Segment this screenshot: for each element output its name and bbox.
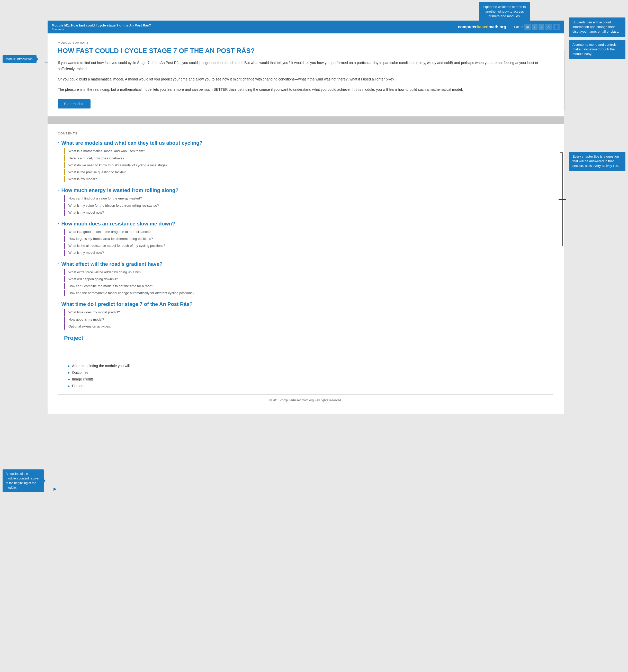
bracket-line (559, 199, 566, 200)
activity-item[interactable]: How can I find out a value for the energ… (64, 195, 553, 201)
chapter-5-activities: What time does my model predict? How goo… (64, 309, 553, 330)
activity-item[interactable]: What is a good model of the drag due to … (64, 229, 553, 235)
main-content: Module M1: How fast could I cycle stage … (48, 21, 564, 414)
chapter-3: · How much does air resistance slow me d… (58, 221, 553, 256)
chapter-1-title[interactable]: · What are models and what can they tell… (58, 140, 553, 146)
home-button[interactable]: ⌂ (545, 24, 552, 30)
activity-item[interactable]: What do we need to know to build a model… (64, 162, 553, 168)
activity-item[interactable]: What is my value for the friction force … (64, 202, 553, 209)
header-subtitle: Summary (52, 28, 151, 31)
header-controls: 1 of 32 ⊞ ‹ › ⌂ 👤 (514, 24, 560, 30)
grid-view-button[interactable]: ⊞ (524, 24, 531, 30)
activity-item[interactable]: What is my model now? (64, 249, 553, 256)
module-title: HOW FAST COULD I CYCLE STAGE 7 OF THE AN… (58, 47, 553, 55)
activity-item[interactable]: What will happen going downhill? (64, 276, 553, 282)
activity-item[interactable]: How good is my model? (64, 316, 553, 322)
header-title: Module M1: How fast could I cycle stage … (52, 23, 151, 27)
chapter-bullet: · (58, 301, 60, 307)
page-indicator: 1 of 32 (514, 25, 523, 29)
chapter-4: · What effect will the road's gradient h… (58, 261, 553, 296)
chapter-5: · What time do I predict for stage 7 of … (58, 301, 553, 330)
activity-item[interactable]: What is the air resistance model for eac… (64, 243, 553, 249)
header-right: computerbasedmath.org 1 of 32 ⊞ ‹ › ⌂ 👤 (458, 23, 560, 31)
chapter-4-activities: What extra force will be added by going … (64, 269, 553, 296)
activity-item[interactable]: What is the precise question to tackle? (64, 169, 553, 175)
tooltip-welcome: Open the welcome screen in another windo… (479, 2, 530, 21)
chapter-1: · What are models and what can they tell… (58, 140, 553, 182)
activity-item[interactable]: What is a mathematical model and who use… (64, 148, 553, 154)
tooltip-chapter-titles: Every chapter title is a question that w… (569, 152, 625, 171)
section-divider (48, 117, 564, 124)
footer: © 2018 computerbasedmath.org - All right… (58, 394, 553, 406)
bottom-link-item[interactable]: Image credits (68, 376, 543, 383)
module-para-3: The pleasure is in the real riding, but … (58, 87, 553, 93)
activity-item[interactable]: How large is my frontal area for differe… (64, 236, 553, 242)
module-body: If you wanted to find out how fast you c… (58, 60, 553, 93)
module-label: MODULE SUMMARY (58, 41, 553, 44)
next-page-button[interactable]: › (538, 24, 544, 30)
contents-label: CONTENTS (58, 132, 553, 135)
chapter-bullet: · (58, 261, 60, 266)
contents-section: CONTENTS · What are models and what can … (48, 124, 564, 414)
header-info: Module M1: How fast could I cycle stage … (52, 23, 151, 31)
start-module-button[interactable]: Start module (58, 99, 91, 109)
chapter-2-activities: How can I find out a value for the energ… (64, 195, 553, 216)
module-summary-section: MODULE SUMMARY HOW FAST COULD I CYCLE ST… (48, 33, 564, 117)
chapter-bullet: · (58, 221, 60, 226)
bottom-link-item[interactable]: Primers (68, 383, 543, 389)
activity-item[interactable]: How can the aerodynamic model change aut… (64, 290, 553, 296)
tooltip-students: Students can edit account information an… (569, 18, 625, 37)
activity-item[interactable]: Optional extension activities: (64, 323, 553, 330)
bottom-links-list: After completing the module you will: Ou… (68, 362, 543, 389)
module-para-1: If you wanted to find out how fast you c… (58, 60, 553, 72)
project-title[interactable]: Project (64, 335, 553, 341)
activity-item[interactable]: How can I combine the models to get the … (64, 283, 553, 289)
bottom-link-item[interactable]: After completing the module you will: (68, 362, 543, 369)
brand-logo: computerbasedmath.org (458, 25, 506, 29)
tooltip-outline: An outline of the module's content is gi… (3, 470, 44, 492)
chapter-1-activities: What is a mathematical model and who use… (64, 148, 553, 182)
tooltip-module-intro: Module introduction. (3, 55, 37, 63)
activity-item[interactable]: Here is a model; how does it behave? (64, 155, 553, 162)
bottom-link-item[interactable]: Outcomes (68, 369, 543, 376)
user-button[interactable]: 👤 (553, 24, 560, 30)
chapter-3-title[interactable]: · How much does air resistance slow me d… (58, 221, 553, 227)
activity-item[interactable]: What is my model now? (64, 210, 553, 216)
outline-arrow: ▶ (45, 486, 56, 491)
chapter-bullet: · (58, 187, 60, 193)
chapter-5-title[interactable]: · What time do I predict for stage 7 of … (58, 301, 553, 307)
bottom-links-section: After completing the module you will: Ou… (58, 357, 553, 394)
activity-item[interactable]: What is my model? (64, 176, 553, 182)
prev-page-button[interactable]: ‹ (532, 24, 537, 30)
header-bar: Module M1: How fast could I cycle stage … (48, 21, 564, 33)
chapter-3-activities: What is a good model of the drag due to … (64, 229, 553, 256)
chapter-4-title[interactable]: · What effect will the road's gradient h… (58, 261, 553, 267)
module-para-2: Or you could build a mathematical model.… (58, 76, 553, 82)
activity-item[interactable]: What time does my model predict? (64, 309, 553, 315)
chapter-2-title[interactable]: · How much energy is wasted from rolling… (58, 187, 553, 193)
contents-divider (58, 349, 553, 350)
chapter-bullet: · (58, 140, 60, 145)
tooltip-contents-menu: A contents menu and controls make naviga… (569, 40, 625, 59)
activity-item[interactable]: What extra force will be added by going … (64, 269, 553, 275)
chapter-2: · How much energy is wasted from rolling… (58, 187, 553, 216)
